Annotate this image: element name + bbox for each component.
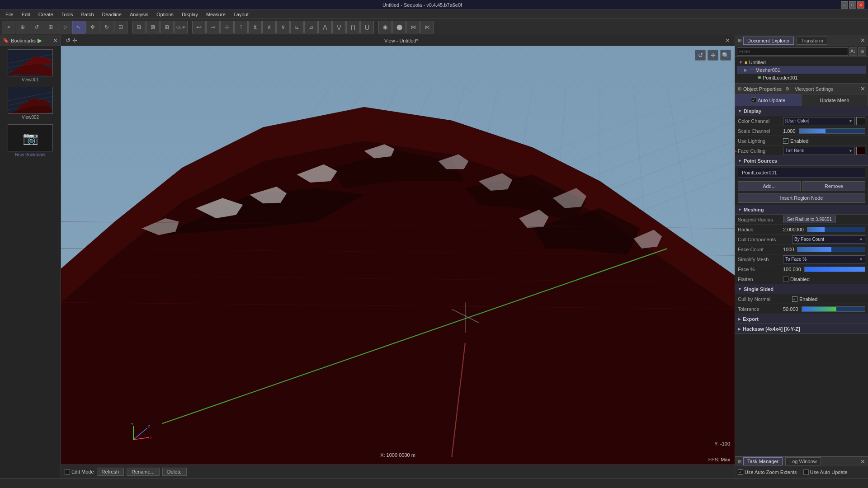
vp-fit-btn[interactable]: ✛ — [708, 50, 718, 61]
tb-btn-5[interactable]: ⊟ — [132, 21, 146, 33]
delete-button[interactable]: Delete — [162, 468, 187, 476]
obj-props-close[interactable]: ✕ — [860, 85, 865, 92]
tb-btn-4[interactable]: ☩ — [58, 21, 71, 33]
viewport-settings-label[interactable]: Viewport Settings — [795, 86, 833, 92]
vp-crosshair-icon[interactable]: ✛ — [72, 37, 77, 44]
menu-display[interactable]: Display — [178, 11, 202, 18]
vp-close-icon[interactable]: ✕ — [725, 37, 730, 44]
tb-btn-globe[interactable]: ◉ — [378, 21, 392, 33]
doc-explorer-toggle-icon[interactable]: ⊞ — [738, 38, 741, 43]
edit-mode-check[interactable] — [65, 469, 70, 474]
bookmark-new[interactable]: 📷 New Bookmark — [2, 123, 59, 159]
section-display[interactable]: ▼ Display — [735, 106, 868, 116]
tb-btn-3[interactable]: ⊞ — [44, 21, 57, 33]
cull-by-normal-checkbox[interactable]: ✓ — [792, 296, 797, 302]
menu-measure[interactable]: Measure — [203, 11, 229, 18]
tb-btn-11[interactable]: ⊺ — [234, 21, 248, 33]
tb-btn-10[interactable]: ⊹ — [220, 21, 234, 33]
ps-add-btn[interactable]: Add... — [738, 181, 801, 191]
tb-btn-15[interactable]: ⊾ — [290, 21, 304, 33]
face-count-slider[interactable] — [797, 247, 865, 252]
tb-btn-clip[interactable]: CLIP — [174, 21, 188, 33]
doc-explorer-tab[interactable]: Document Explorer — [743, 37, 794, 45]
flatten-checkbox[interactable] — [783, 277, 788, 282]
face-pct-slider[interactable] — [804, 267, 865, 272]
refresh-button[interactable]: Refresh — [97, 468, 124, 476]
tb-btn-20[interactable]: ⋃ — [360, 21, 374, 33]
tb-btn-9[interactable]: ⊸ — [206, 21, 220, 33]
rename-button[interactable]: Rename... — [127, 468, 160, 476]
minimize-button[interactable]: − — [841, 1, 848, 9]
tree-untitled[interactable]: ▼ ■ Untitled — [737, 59, 866, 66]
task-manager-tab[interactable]: Task Manager — [743, 457, 783, 465]
edit-mode-checkbox[interactable]: Edit Mode — [65, 469, 94, 474]
section-point-sources[interactable]: ▼ Point Sources — [735, 156, 868, 166]
auto-update-checkbox[interactable]: ✓ — [751, 98, 756, 103]
tree-pointloader001[interactable]: ⊕ PointLoader001 — [737, 74, 866, 81]
ps-remove-btn[interactable]: Remove — [802, 181, 865, 191]
ps-insert-region-btn[interactable]: Insert Region Node — [738, 193, 865, 203]
bookmarks-close-btn[interactable]: ✕ — [53, 37, 58, 44]
tb-btn-22[interactable]: ⋉ — [420, 21, 434, 33]
menu-batch[interactable]: Batch — [77, 11, 97, 18]
vp-refresh-btn[interactable]: ↺ — [695, 50, 706, 61]
tb-btn-0[interactable]: ⌖ — [2, 21, 15, 33]
tree-mesher001[interactable]: ▶ ⊹ Mesher001 — [737, 66, 866, 74]
radius-slider[interactable] — [807, 227, 865, 232]
auto-zoom-checkbox[interactable]: ✓ — [738, 469, 743, 475]
log-window-tab[interactable]: Log Window — [785, 457, 821, 465]
doc-explorer-close[interactable]: ✕ — [860, 37, 865, 44]
tolerance-slider[interactable] — [802, 306, 865, 312]
tb-btn-16[interactable]: ⊿ — [304, 21, 318, 33]
tb-btn-12[interactable]: ⊻ — [248, 21, 262, 33]
bookmark-view002[interactable]: View002 — [2, 85, 59, 121]
viewport-canvas[interactable]: ↺ ✛ 🔍 Y: -100 X: 1000.0000 m FPS: Max Z … — [61, 46, 735, 465]
tb-btn-1[interactable]: ⊕ — [16, 21, 29, 33]
section-export[interactable]: ▶ Export — [735, 314, 868, 324]
auto-update-task-checkbox[interactable] — [803, 469, 809, 475]
menu-create[interactable]: Create — [35, 11, 57, 18]
face-culling-dropdown[interactable]: Tint Back ▼ — [783, 147, 855, 155]
menu-options[interactable]: Options — [153, 11, 177, 18]
update-mesh-btn[interactable]: Update Mesh — [802, 94, 868, 106]
tb-btn-7[interactable]: ⊞ — [160, 21, 174, 33]
menu-tools[interactable]: Tools — [58, 11, 77, 18]
cull-components-dropdown[interactable]: By Face Count ▼ — [792, 235, 865, 244]
color-channel-dropdown[interactable]: [User Color] ▼ — [783, 117, 855, 125]
face-culling-swatch[interactable] — [856, 147, 865, 155]
obj-props-toggle[interactable]: ⊞ — [738, 86, 741, 91]
close-button[interactable]: ✕ — [857, 1, 864, 9]
set-radius-btn[interactable]: Set Radius to 3.99651 — [783, 216, 836, 223]
color-channel-swatch[interactable] — [856, 117, 865, 125]
tb-btn-rotate[interactable]: ↻ — [100, 21, 113, 33]
gear-icon[interactable]: ⚙ — [785, 86, 789, 91]
doc-filter-input[interactable] — [737, 47, 848, 56]
tb-btn-19[interactable]: ⋂ — [346, 21, 360, 33]
menu-layout[interactable]: Layout — [230, 11, 252, 18]
point-source-item[interactable]: PointLoader001 — [738, 168, 865, 178]
tb-btn-13[interactable]: ⊼ — [262, 21, 276, 33]
transform-tab[interactable]: Transform — [797, 37, 827, 45]
section-meshing[interactable]: ▼ Meshing — [735, 205, 868, 215]
tb-btn-scale[interactable]: ⊡ — [114, 21, 127, 33]
menu-analysis[interactable]: Analysis — [126, 11, 152, 18]
tb-btn-sphere[interactable]: ⬤ — [392, 21, 406, 33]
tb-btn-8[interactable]: ⊷ — [192, 21, 206, 33]
menu-deadline[interactable]: Deadline — [99, 11, 125, 18]
tb-btn-18[interactable]: ⋁ — [332, 21, 346, 33]
task-manager-close[interactable]: ✕ — [860, 458, 865, 465]
section-single-sided[interactable]: ▼ Single Sided — [735, 284, 868, 294]
simplify-mesh-dropdown[interactable]: To Face % ▼ — [783, 255, 865, 263]
tb-btn-6[interactable]: ⊠ — [146, 21, 160, 33]
bookmarks-play-btn[interactable]: ▶ — [38, 37, 42, 44]
menu-edit[interactable]: Edit — [18, 11, 34, 18]
menu-file[interactable]: File — [2, 11, 17, 18]
maximize-button[interactable]: □ — [849, 1, 856, 9]
use-lighting-checkbox[interactable]: ✓ — [783, 138, 788, 144]
filter-az-btn[interactable]: A↓ — [849, 47, 857, 56]
tb-btn-2[interactable]: ↺ — [30, 21, 43, 33]
vp-refresh-icon[interactable]: ↺ — [66, 37, 71, 44]
tb-btn-cursor[interactable]: ↖ — [72, 21, 85, 33]
tb-btn-move[interactable]: ✥ — [86, 21, 99, 33]
tb-btn-14[interactable]: ⊽ — [276, 21, 290, 33]
